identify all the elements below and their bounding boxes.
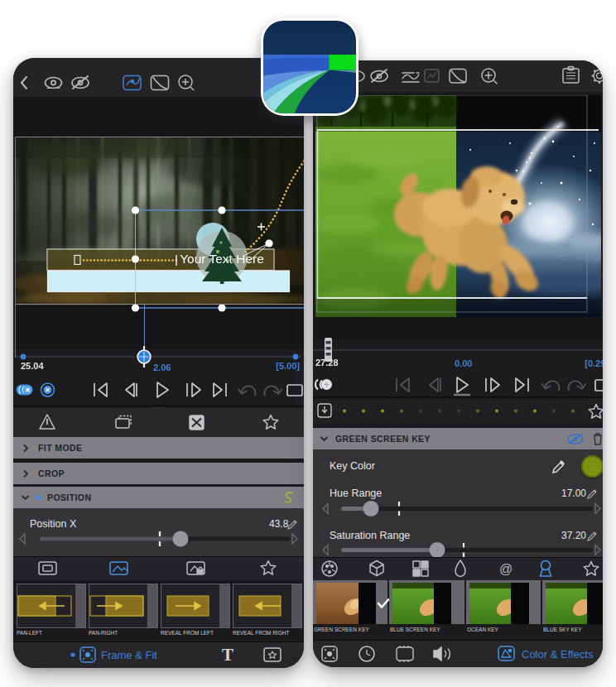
svg-text:T: T [222, 645, 233, 665]
svg-text:REVEAL FROM LEFT: REVEAL FROM LEFT [161, 630, 214, 636]
svg-text:BLUE SKY KEY: BLUE SKY KEY [543, 627, 582, 632]
svg-text:GREEN SCREEN KEY: GREEN SCREEN KEY [314, 627, 369, 632]
svg-text:Color & Effects: Color & Effects [522, 648, 594, 661]
svg-text:@: @ [499, 562, 513, 576]
svg-text:REVEAL FROM RIGHT: REVEAL FROM RIGHT [233, 630, 289, 636]
svg-text:Frame & Fit: Frame & Fit [101, 649, 157, 661]
svg-text:BLUE SCREEN KEY: BLUE SCREEN KEY [390, 627, 440, 632]
svg-text:PAN-RIGHT: PAN-RIGHT [89, 630, 118, 636]
svg-text:PAN-LEFT: PAN-LEFT [17, 630, 42, 636]
svg-text:OCEAN KEY: OCEAN KEY [467, 627, 499, 632]
